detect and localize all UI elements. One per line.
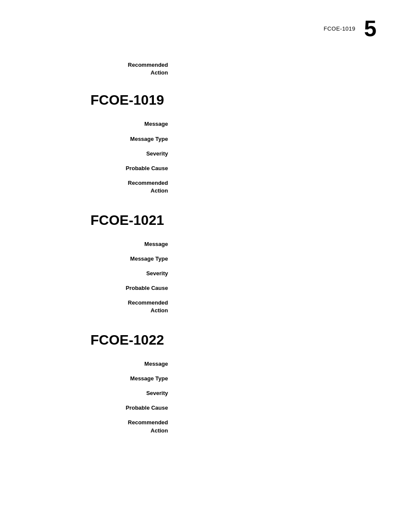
field-label-fcoe-1021-0: Message [90, 240, 177, 248]
field-label-fcoe-1022-2: Severity [90, 389, 177, 397]
field-value-fcoe-1019-3 [177, 165, 377, 172]
field-value-fcoe-1022-0 [177, 360, 377, 368]
field-value-fcoe-1021-3 [177, 284, 377, 292]
field-value-fcoe-1019-1 [177, 135, 377, 143]
field-label-fcoe-1021-1: Message Type [90, 255, 177, 263]
field-row-fcoe-1022-1: Message Type [90, 375, 377, 383]
field-value-fcoe-1019-0 [177, 120, 377, 128]
field-label-fcoe-1019-1: Message Type [90, 135, 177, 143]
field-row-fcoe-1019-0: Message [90, 120, 377, 128]
field-value-fcoe-1022-4 [177, 419, 377, 434]
section-title-fcoe-1022: FCOE-1022 [0, 332, 377, 348]
field-label-fcoe-1022-4: RecommendedAction [90, 419, 177, 434]
field-row-fcoe-1022-3: Probable Cause [90, 404, 377, 412]
section-fcoe-1019: FCOE-1019MessageMessage TypeSeverityProb… [90, 92, 377, 195]
section-fcoe-1021: FCOE-1021MessageMessage TypeSeverityProb… [90, 212, 377, 315]
field-value-fcoe-1022-3 [177, 404, 377, 412]
field-label-fcoe-1022-3: Probable Cause [90, 404, 177, 412]
field-value-fcoe-1021-0 [177, 240, 377, 248]
section-title-fcoe-1019: FCOE-1019 [0, 92, 377, 108]
field-label-fcoe-1019-4: RecommendedAction [90, 179, 177, 195]
field-label-fcoe-1021-2: Severity [90, 270, 177, 277]
field-row-fcoe-1019-1: Message Type [90, 135, 377, 143]
section-fcoe-1022: FCOE-1022MessageMessage TypeSeverityProb… [90, 332, 377, 435]
field-value-fcoe-1022-2 [177, 389, 377, 397]
field-label-fcoe-1019-2: Severity [90, 150, 177, 158]
field-row-fcoe-1021-0: Message [90, 240, 377, 248]
field-row-fcoe-1021-2: Severity [90, 270, 377, 277]
field-value-fcoe-1021-2 [177, 270, 377, 277]
standalone-recommended-action-value [177, 61, 377, 77]
field-row-fcoe-1021-4: RecommendedAction [90, 299, 377, 314]
section-title-fcoe-1021: FCOE-1021 [0, 212, 377, 228]
field-row-fcoe-1022-4: RecommendedAction [90, 419, 377, 434]
field-value-fcoe-1021-4 [177, 299, 377, 314]
page-number: 5 [364, 17, 377, 40]
field-row-fcoe-1019-3: Probable Cause [90, 165, 377, 172]
field-label-fcoe-1022-0: Message [90, 360, 177, 368]
standalone-recommended-action: RecommendedAction [90, 61, 377, 77]
field-value-fcoe-1021-1 [177, 255, 377, 263]
standalone-recommended-action-label: RecommendedAction [90, 61, 177, 77]
field-row-fcoe-1021-3: Probable Cause [90, 284, 377, 292]
field-label-fcoe-1021-4: RecommendedAction [90, 299, 177, 314]
field-label-fcoe-1022-1: Message Type [90, 375, 177, 383]
field-row-fcoe-1019-2: Severity [90, 150, 377, 158]
header-code: FCOE-1019 [324, 25, 355, 32]
field-value-fcoe-1019-4 [177, 179, 377, 195]
field-value-fcoe-1019-2 [177, 150, 377, 158]
field-row-fcoe-1021-1: Message Type [90, 255, 377, 263]
field-row-fcoe-1019-4: RecommendedAction [90, 179, 377, 195]
field-row-fcoe-1022-2: Severity [90, 389, 377, 397]
field-row-fcoe-1022-0: Message [90, 360, 377, 368]
page-header: FCOE-1019 5 [0, 17, 411, 40]
field-label-fcoe-1019-0: Message [90, 120, 177, 128]
field-value-fcoe-1022-1 [177, 375, 377, 383]
field-label-fcoe-1021-3: Probable Cause [90, 284, 177, 292]
field-label-fcoe-1019-3: Probable Cause [90, 165, 177, 172]
